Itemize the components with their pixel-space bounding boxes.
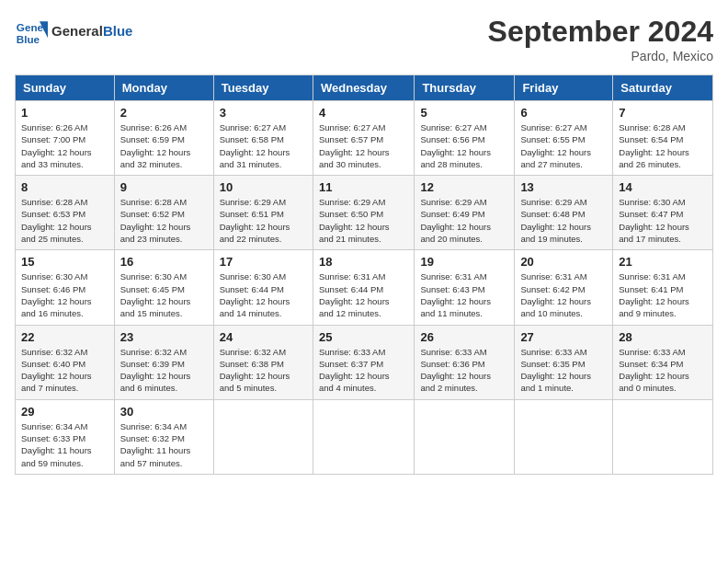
day-number: 5	[420, 106, 508, 120]
calendar-cell: 4Sunrise: 6:27 AM Sunset: 6:57 PM Daylig…	[313, 101, 414, 176]
day-info: Sunrise: 6:32 AM Sunset: 6:38 PM Dayligh…	[220, 346, 307, 395]
day-number: 11	[319, 180, 408, 194]
day-number: 25	[319, 330, 408, 344]
day-info: Sunrise: 6:30 AM Sunset: 6:47 PM Dayligh…	[619, 196, 707, 245]
calendar-cell	[415, 399, 515, 474]
calendar-cell: 11Sunrise: 6:29 AM Sunset: 6:50 PM Dayli…	[313, 176, 414, 250]
calendar-cell: 16Sunrise: 6:30 AM Sunset: 6:45 PM Dayli…	[114, 250, 213, 325]
day-header-wednesday: Wednesday	[313, 75, 414, 101]
calendar-cell: 12Sunrise: 6:29 AM Sunset: 6:49 PM Dayli…	[415, 176, 515, 250]
location: Pardo, Mexico	[488, 49, 713, 63]
day-number: 22	[21, 330, 108, 344]
day-info: Sunrise: 6:31 AM Sunset: 6:42 PM Dayligh…	[520, 270, 607, 319]
day-number: 29	[21, 405, 108, 419]
day-info: Sunrise: 6:33 AM Sunset: 6:36 PM Dayligh…	[420, 346, 508, 395]
day-info: Sunrise: 6:29 AM Sunset: 6:49 PM Dayligh…	[420, 196, 508, 245]
svg-text:Blue: Blue	[17, 33, 40, 45]
logo-icon: General Blue	[15, 15, 48, 48]
calendar-cell: 15Sunrise: 6:30 AM Sunset: 6:46 PM Dayli…	[16, 250, 115, 325]
calendar-week-row: 1Sunrise: 6:26 AM Sunset: 7:00 PM Daylig…	[16, 101, 713, 176]
day-info: Sunrise: 6:26 AM Sunset: 7:00 PM Dayligh…	[21, 121, 108, 170]
day-number: 2	[120, 106, 208, 120]
calendar-week-row: 8Sunrise: 6:28 AM Sunset: 6:53 PM Daylig…	[16, 176, 713, 250]
calendar-cell: 26Sunrise: 6:33 AM Sunset: 6:36 PM Dayli…	[415, 325, 515, 399]
calendar-cell: 19Sunrise: 6:31 AM Sunset: 6:43 PM Dayli…	[415, 250, 515, 325]
day-number: 6	[520, 106, 607, 120]
calendar-table: SundayMondayTuesdayWednesdayThursdayFrid…	[15, 75, 713, 475]
day-info: Sunrise: 6:29 AM Sunset: 6:51 PM Dayligh…	[220, 196, 307, 245]
calendar-cell: 2Sunrise: 6:26 AM Sunset: 6:59 PM Daylig…	[114, 101, 213, 176]
calendar-cell: 17Sunrise: 6:30 AM Sunset: 6:44 PM Dayli…	[213, 250, 313, 325]
day-info: Sunrise: 6:26 AM Sunset: 6:59 PM Dayligh…	[120, 121, 208, 170]
day-info: Sunrise: 6:34 AM Sunset: 6:33 PM Dayligh…	[21, 420, 108, 469]
calendar-cell: 25Sunrise: 6:33 AM Sunset: 6:37 PM Dayli…	[313, 325, 414, 399]
day-number: 26	[420, 330, 508, 344]
calendar-cell: 3Sunrise: 6:27 AM Sunset: 6:58 PM Daylig…	[213, 101, 313, 176]
day-number: 8	[21, 180, 108, 194]
day-number: 1	[21, 106, 108, 120]
page-header: General Blue GeneralBlue September 2024 …	[15, 15, 713, 63]
day-number: 16	[120, 255, 208, 269]
calendar-cell	[613, 399, 713, 474]
day-number: 19	[420, 255, 508, 269]
day-number: 10	[220, 180, 307, 194]
calendar-cell: 9Sunrise: 6:28 AM Sunset: 6:52 PM Daylig…	[114, 176, 213, 250]
calendar-cell: 28Sunrise: 6:33 AM Sunset: 6:34 PM Dayli…	[613, 325, 713, 399]
day-number: 7	[619, 106, 707, 120]
calendar-cell: 30Sunrise: 6:34 AM Sunset: 6:32 PM Dayli…	[114, 399, 213, 474]
day-info: Sunrise: 6:33 AM Sunset: 6:34 PM Dayligh…	[619, 346, 707, 395]
day-header-sunday: Sunday	[16, 75, 115, 101]
day-number: 20	[520, 255, 607, 269]
calendar-cell: 14Sunrise: 6:30 AM Sunset: 6:47 PM Dayli…	[613, 176, 713, 250]
calendar-cell	[213, 399, 313, 474]
calendar-week-row: 29Sunrise: 6:34 AM Sunset: 6:33 PM Dayli…	[16, 399, 713, 474]
day-number: 30	[120, 405, 208, 419]
day-info: Sunrise: 6:29 AM Sunset: 6:48 PM Dayligh…	[520, 196, 607, 245]
calendar-cell: 23Sunrise: 6:32 AM Sunset: 6:39 PM Dayli…	[114, 325, 213, 399]
day-info: Sunrise: 6:32 AM Sunset: 6:40 PM Dayligh…	[21, 346, 108, 395]
day-info: Sunrise: 6:32 AM Sunset: 6:39 PM Dayligh…	[120, 346, 208, 395]
calendar-cell: 27Sunrise: 6:33 AM Sunset: 6:35 PM Dayli…	[515, 325, 613, 399]
calendar-cell: 7Sunrise: 6:28 AM Sunset: 6:54 PM Daylig…	[613, 101, 713, 176]
day-number: 14	[619, 180, 707, 194]
day-info: Sunrise: 6:27 AM Sunset: 6:55 PM Dayligh…	[520, 121, 607, 170]
calendar-cell	[313, 399, 414, 474]
day-header-saturday: Saturday	[613, 75, 713, 101]
logo-text: GeneralBlue	[51, 23, 132, 40]
day-header-tuesday: Tuesday	[213, 75, 313, 101]
calendar-cell: 6Sunrise: 6:27 AM Sunset: 6:55 PM Daylig…	[515, 101, 613, 176]
day-info: Sunrise: 6:27 AM Sunset: 6:56 PM Dayligh…	[420, 121, 508, 170]
day-number: 4	[319, 106, 408, 120]
day-info: Sunrise: 6:33 AM Sunset: 6:37 PM Dayligh…	[319, 346, 408, 395]
calendar-cell: 18Sunrise: 6:31 AM Sunset: 6:44 PM Dayli…	[313, 250, 414, 325]
calendar-cell: 22Sunrise: 6:32 AM Sunset: 6:40 PM Dayli…	[16, 325, 115, 399]
day-info: Sunrise: 6:29 AM Sunset: 6:50 PM Dayligh…	[319, 196, 408, 245]
calendar-cell: 21Sunrise: 6:31 AM Sunset: 6:41 PM Dayli…	[613, 250, 713, 325]
day-info: Sunrise: 6:28 AM Sunset: 6:52 PM Dayligh…	[120, 196, 208, 245]
month-title: September 2024	[488, 15, 713, 49]
day-number: 13	[520, 180, 607, 194]
day-number: 18	[319, 255, 408, 269]
day-number: 24	[220, 330, 307, 344]
calendar-cell: 20Sunrise: 6:31 AM Sunset: 6:42 PM Dayli…	[515, 250, 613, 325]
day-info: Sunrise: 6:31 AM Sunset: 6:41 PM Dayligh…	[619, 270, 707, 319]
day-number: 9	[120, 180, 208, 194]
day-info: Sunrise: 6:30 AM Sunset: 6:46 PM Dayligh…	[21, 270, 108, 319]
calendar-cell: 1Sunrise: 6:26 AM Sunset: 7:00 PM Daylig…	[16, 101, 115, 176]
day-info: Sunrise: 6:33 AM Sunset: 6:35 PM Dayligh…	[520, 346, 607, 395]
day-info: Sunrise: 6:34 AM Sunset: 6:32 PM Dayligh…	[120, 420, 208, 469]
day-header-friday: Friday	[515, 75, 613, 101]
calendar-cell: 24Sunrise: 6:32 AM Sunset: 6:38 PM Dayli…	[213, 325, 313, 399]
logo: General Blue GeneralBlue	[15, 15, 132, 48]
calendar-cell: 10Sunrise: 6:29 AM Sunset: 6:51 PM Dayli…	[213, 176, 313, 250]
day-info: Sunrise: 6:28 AM Sunset: 6:54 PM Dayligh…	[619, 121, 707, 170]
day-header-monday: Monday	[114, 75, 213, 101]
day-number: 23	[120, 330, 208, 344]
calendar-cell: 29Sunrise: 6:34 AM Sunset: 6:33 PM Dayli…	[16, 399, 115, 474]
day-header-thursday: Thursday	[415, 75, 515, 101]
day-number: 12	[420, 180, 508, 194]
day-info: Sunrise: 6:31 AM Sunset: 6:44 PM Dayligh…	[319, 270, 408, 319]
day-number: 3	[220, 106, 307, 120]
day-number: 28	[619, 330, 707, 344]
day-info: Sunrise: 6:27 AM Sunset: 6:57 PM Dayligh…	[319, 121, 408, 170]
